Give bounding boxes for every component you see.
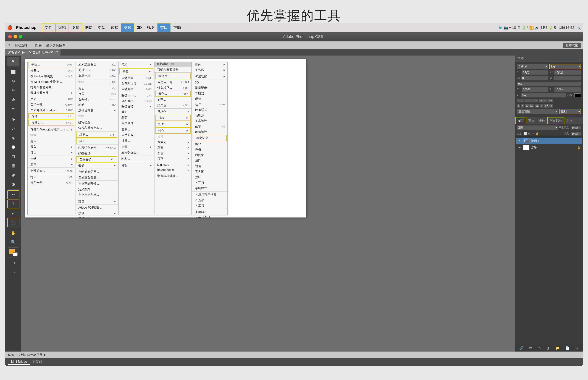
win-arrange: 排列 ▶ — [192, 62, 228, 67]
tool-move[interactable]: ↖ — [7, 57, 19, 66]
tool-eyedropper[interactable]: ✒ — [7, 104, 19, 113]
layer-item-shape[interactable]: 👁 矩形 1 — [516, 138, 582, 144]
bottom-tab-bridge[interactable]: Mini Bridge — [8, 359, 30, 365]
horiz-scale-input[interactable] — [522, 87, 549, 92]
char-smallcaps[interactable]: Tt — [538, 99, 543, 102]
menu-window[interactable]: 窗口 — [157, 23, 171, 32]
tool-hand[interactable]: ✋ — [7, 228, 19, 237]
fx-btn[interactable]: fx — [528, 346, 533, 350]
layer-visibility-bg[interactable]: 👁 — [517, 146, 522, 150]
mask-btn[interactable]: ⬭ — [537, 346, 542, 350]
adj-layer-btn[interactable]: ◑ — [546, 346, 550, 350]
menu-filter[interactable]: 滤镜 — [121, 23, 134, 32]
lock-pixel[interactable]: ⬜ — [523, 132, 527, 135]
tool-crop[interactable]: ⊕ — [7, 95, 19, 104]
close-button[interactable] — [8, 35, 12, 38]
char-halfwidth[interactable]: ½ — [549, 104, 553, 108]
bottom-tab-timeline[interactable]: 时间轴 — [30, 359, 45, 365]
lang-select[interactable]: 美国英语 — [517, 109, 558, 114]
tool-mask[interactable]: ⬭ — [7, 258, 19, 267]
char-sub[interactable]: T½ — [548, 99, 553, 102]
tool-stamp[interactable]: ◈ — [7, 133, 19, 142]
char-strikethrough[interactable]: T̶ — [529, 99, 533, 102]
tracking-input[interactable] — [553, 76, 581, 80]
menu-type[interactable]: 类型 — [95, 23, 108, 32]
layers-tab-channels[interactable]: 通道 — [526, 117, 537, 124]
vertical-scale-input[interactable] — [517, 81, 581, 86]
layers-tab-paragraph[interactable]: 段落 — [564, 117, 575, 124]
menu-layer[interactable]: 图层 — [82, 23, 95, 32]
tool-zoom[interactable]: 🔍 — [7, 238, 19, 247]
blend-mode-select[interactable]: 正常 — [517, 125, 558, 130]
menu-edit[interactable]: 编辑 — [55, 23, 69, 32]
tool-eraser[interactable]: ◻ — [7, 152, 19, 161]
menu-help[interactable]: 帮助 — [171, 23, 184, 32]
tool-pen[interactable]: ✒ — [7, 190, 19, 199]
new-layer-btn[interactable]: 📄 — [564, 346, 570, 350]
auto-select-dropdown[interactable]: 图层 — [34, 42, 43, 48]
workspace-selector[interactable]: 基本功能 — [563, 43, 581, 48]
char-italic[interactable]: T — [521, 99, 525, 102]
tool-text[interactable]: T — [7, 200, 19, 209]
layers-tab-history[interactable]: 历史记录 — [547, 117, 564, 124]
menu-file[interactable]: 文件 — [42, 23, 55, 32]
doc-tab[interactable]: 未标题-1 @ 50% (矩形 1, RGB/8) * — [5, 49, 61, 56]
menu-image[interactable]: 图像 — [69, 23, 82, 32]
menu-view[interactable]: 视图 — [144, 23, 157, 32]
aa-select[interactable]: 锐利 — [559, 109, 581, 114]
leading-input[interactable] — [554, 70, 581, 75]
menu-3d[interactable]: 3D — [134, 23, 144, 32]
char-contextual[interactable]: Tst — [544, 104, 549, 108]
delete-layer-btn[interactable]: 🗑 — [574, 346, 580, 350]
minimize-button[interactable] — [14, 35, 17, 38]
layers-tab-paths[interactable]: 路径 — [537, 117, 547, 124]
char-allcaps[interactable]: TT — [533, 99, 538, 102]
tool-history-brush[interactable]: ⌚ — [7, 143, 19, 152]
kerning-input[interactable] — [521, 76, 548, 80]
file-print-one: 打印一份 ⌥⌘P — [28, 180, 75, 186]
tool-path-select[interactable]: ↙ — [7, 209, 19, 218]
layers-tab-layers[interactable]: 图层 — [515, 117, 526, 124]
char-bold[interactable]: T — [517, 99, 521, 102]
char-titling[interactable]: T — [540, 104, 544, 108]
tool-blur[interactable]: ◉ — [7, 171, 19, 179]
baseline-input[interactable] — [521, 93, 566, 97]
lock-move[interactable]: ↔ — [531, 132, 534, 135]
char-super[interactable]: T¹ — [543, 99, 548, 102]
opacity-input[interactable] — [570, 126, 581, 130]
tool-brush[interactable]: 🖌 — [7, 124, 19, 133]
tool-lasso[interactable]: ⊙ — [7, 77, 19, 86]
layer-item-bg[interactable]: 👁 背景 🔒 — [516, 145, 582, 151]
char-swash[interactable]: aa — [535, 104, 540, 108]
vert-scale-input2[interactable] — [554, 87, 581, 92]
font-size-input[interactable] — [522, 70, 548, 75]
char-underline[interactable]: T — [525, 99, 529, 102]
text-color-swatch[interactable] — [574, 94, 581, 97]
background-color[interactable] — [13, 252, 18, 256]
link-layers-btn[interactable]: 🔗 — [518, 346, 524, 350]
fill-input[interactable] — [570, 132, 581, 136]
tool-screen-mode[interactable]: ▭ — [7, 268, 19, 277]
lock-all[interactable]: 🔒 — [535, 132, 539, 135]
char-panel-menu[interactable]: ≡ — [579, 57, 581, 61]
search-icon[interactable]: 🔍 — [576, 25, 581, 30]
tool-shape[interactable]: ⬛ — [7, 218, 19, 227]
tool-heal[interactable]: ⊗ — [7, 115, 19, 124]
status-arrow[interactable]: ▶ — [44, 353, 46, 357]
maximize-button[interactable] — [19, 35, 22, 38]
menu-select[interactable]: 选择 — [108, 23, 121, 32]
tool-quick-select[interactable]: ✂ — [7, 86, 19, 95]
char-liga[interactable]: fi — [517, 104, 520, 108]
tool-dodge[interactable]: ◑ — [7, 180, 19, 189]
char-oldstyle[interactable]: ƒ — [521, 104, 524, 108]
tool-gradient[interactable]: ▦ — [7, 161, 19, 170]
char-frac[interactable]: st — [525, 104, 529, 108]
font-family-select[interactable]: Calibri — [517, 64, 548, 69]
layer-visibility-shape[interactable]: 👁 — [517, 139, 522, 143]
tool-marquee[interactable]: ⬜ — [7, 67, 19, 76]
group-btn[interactable]: 📁 — [554, 346, 560, 350]
lock-gradient[interactable]: ✥ — [528, 132, 530, 135]
layers-panel-menu[interactable]: ≡ — [577, 117, 583, 124]
char-ordinal[interactable]: Aā — [529, 104, 534, 108]
font-style-select[interactable]: Light — [549, 64, 581, 69]
